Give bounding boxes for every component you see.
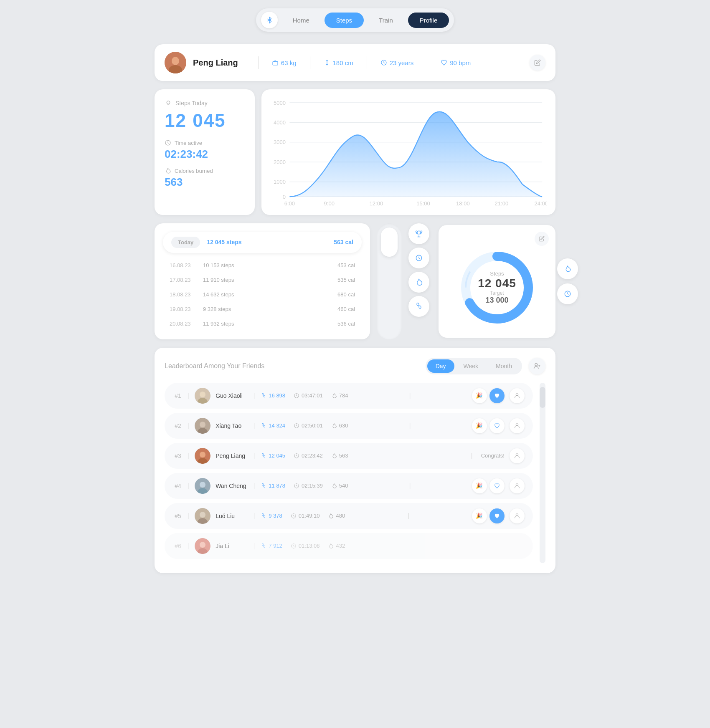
fire-icon-btn[interactable] bbox=[408, 272, 429, 293]
today-cal: 563 cal bbox=[334, 239, 353, 245]
svg-point-5 bbox=[172, 58, 179, 64]
history-row-3: 18.08.23 14 632 steps 680 cal bbox=[163, 287, 362, 302]
profile-edit-button[interactable] bbox=[530, 55, 545, 71]
user-btn-1[interactable] bbox=[510, 388, 525, 403]
svg-text:21:00: 21:00 bbox=[495, 200, 509, 206]
lb-scroll-thumb bbox=[540, 387, 545, 408]
tab-home[interactable]: Home bbox=[281, 13, 321, 28]
lb-tab-day[interactable]: Day bbox=[427, 359, 454, 373]
clock-icon-small2 bbox=[294, 423, 299, 429]
lb-tab-week[interactable]: Week bbox=[455, 359, 487, 373]
lb-tabs: Day Week Month bbox=[426, 358, 522, 374]
today-row: Today 12 045 steps 563 cal bbox=[163, 232, 362, 253]
heart-btn-2[interactable] bbox=[489, 418, 505, 433]
divider4 bbox=[427, 56, 427, 69]
party-btn-1[interactable]: 🎉 bbox=[472, 388, 487, 403]
user-icon2 bbox=[514, 422, 520, 429]
profile-bpm: 90 bpm bbox=[441, 59, 471, 66]
cal-burned-label: Calories burned bbox=[165, 167, 245, 174]
svg-point-47 bbox=[264, 395, 266, 397]
svg-text:5000: 5000 bbox=[274, 100, 286, 106]
history-row-1: 16.08.23 10 153 steps 453 cal bbox=[163, 258, 362, 273]
lb-actions-5: 🎉 bbox=[472, 508, 505, 523]
steps-info-card: Steps Today 12 045 Time active 02:23:42 … bbox=[155, 89, 255, 215]
clock-icon-small bbox=[294, 393, 299, 399]
history-list: 16.08.23 10 153 steps 453 cal 17.08.23 1… bbox=[163, 258, 362, 331]
party-btn-2[interactable]: 🎉 bbox=[472, 418, 487, 433]
party-btn-5[interactable]: 🎉 bbox=[472, 508, 487, 523]
svg-point-51 bbox=[200, 422, 205, 427]
tab-steps[interactable]: Steps bbox=[325, 13, 364, 28]
svg-point-40 bbox=[535, 363, 538, 366]
steps-icon-small bbox=[261, 393, 266, 399]
lb-content: #1 | Guo Xiaoli | 16 898 03:47:01 bbox=[165, 383, 545, 563]
svg-point-65 bbox=[200, 482, 205, 488]
age-icon bbox=[380, 59, 387, 66]
cal-burned-value: 563 bbox=[165, 176, 245, 189]
donut-steps-value: 12 045 bbox=[478, 277, 516, 290]
history-row-2: 17.08.23 11 910 steps 535 cal bbox=[163, 273, 362, 287]
svg-text:4000: 4000 bbox=[274, 119, 286, 126]
main-content: Peng Liang 63 kg 180 cm 23 y bbox=[155, 44, 555, 573]
user-btn-5[interactable] bbox=[510, 508, 525, 523]
timer-icon-btn[interactable] bbox=[408, 248, 429, 268]
steps-icon-btn[interactable] bbox=[408, 296, 429, 317]
divider bbox=[258, 56, 259, 69]
lb-header: Leaderboard Among Your Friends Day Week … bbox=[165, 358, 545, 374]
donut-target-value: 13 000 bbox=[478, 296, 516, 305]
tab-profile[interactable]: Profile bbox=[408, 13, 449, 28]
svg-text:2000: 2000 bbox=[274, 159, 286, 165]
lb-row-4: #4 | Wan Cheng | 11 878 02:15:39 bbox=[165, 473, 533, 499]
time-active-value: 02:23:42 bbox=[165, 148, 245, 161]
svg-point-79 bbox=[200, 542, 205, 548]
history-row-5: 20.08.23 11 932 steps 536 cal bbox=[163, 316, 362, 331]
side-clock-btn[interactable] bbox=[557, 283, 578, 304]
user-btn-3[interactable] bbox=[510, 448, 525, 463]
lb-actions-1: 🎉 bbox=[472, 388, 505, 403]
lb-row-6: #6 | Jia Li | 7 912 01:13:08 bbox=[165, 533, 533, 559]
side-clock-icon bbox=[564, 290, 571, 298]
tab-train[interactable]: Train bbox=[367, 13, 405, 28]
add-friend-button[interactable] bbox=[529, 358, 545, 374]
lb-actions-4: 🎉 bbox=[472, 478, 505, 493]
heart-btn-4[interactable] bbox=[489, 478, 505, 493]
svg-point-82 bbox=[264, 545, 266, 547]
clock-icon bbox=[165, 139, 171, 146]
clock-icon-small3 bbox=[294, 453, 299, 459]
heart-btn-5[interactable] bbox=[489, 508, 505, 523]
scroll-thumb bbox=[381, 228, 398, 257]
user-icon bbox=[514, 392, 520, 399]
edit-icon bbox=[534, 59, 541, 66]
party-btn-4[interactable]: 🎉 bbox=[472, 478, 487, 493]
leaderboard-card: Leaderboard Among Your Friends Day Week … bbox=[155, 348, 555, 573]
heart-btn-1[interactable] bbox=[489, 388, 505, 403]
svg-point-81 bbox=[262, 543, 264, 546]
user-btn-4[interactable] bbox=[510, 478, 525, 493]
avatar bbox=[165, 52, 186, 73]
lb-tab-month[interactable]: Month bbox=[487, 359, 520, 373]
svg-text:3000: 3000 bbox=[274, 139, 286, 145]
weight-icon bbox=[272, 59, 279, 66]
divider3 bbox=[367, 56, 367, 69]
user-btn-2[interactable] bbox=[510, 418, 525, 433]
scroll-widget[interactable] bbox=[377, 223, 402, 339]
svg-text:15:00: 15:00 bbox=[416, 200, 430, 206]
svg-text:6:00: 6:00 bbox=[284, 200, 295, 206]
today-steps: 12 045 steps bbox=[207, 239, 241, 245]
heart-icon bbox=[441, 59, 447, 66]
fire-icon-small2 bbox=[331, 423, 337, 429]
side-fire-btn[interactable] bbox=[557, 258, 578, 279]
trophy-icon-btn[interactable] bbox=[408, 223, 429, 244]
leaderboard-scrollbar[interactable] bbox=[540, 383, 545, 563]
lb-actions-2: 🎉 bbox=[472, 418, 505, 433]
bluetooth-button[interactable] bbox=[261, 12, 278, 28]
lb-avatar-6 bbox=[195, 538, 210, 554]
add-person-icon bbox=[533, 362, 541, 370]
svg-point-68 bbox=[264, 485, 266, 487]
user-icon3 bbox=[514, 452, 520, 459]
donut-edit-button[interactable] bbox=[535, 232, 549, 246]
lb-avatar-1 bbox=[195, 388, 210, 404]
lb-row-1: #1 | Guo Xiaoli | 16 898 03:47:01 bbox=[165, 383, 533, 409]
svg-text:18:00: 18:00 bbox=[456, 200, 470, 206]
fire-icon-small bbox=[331, 393, 337, 399]
